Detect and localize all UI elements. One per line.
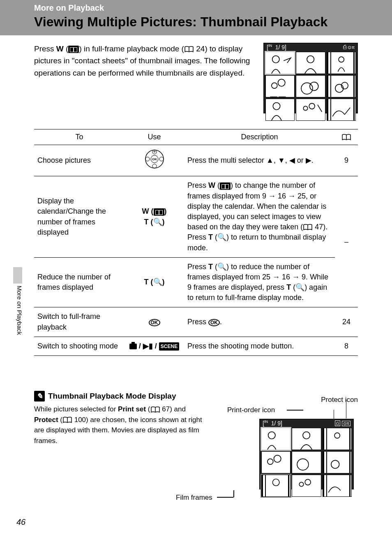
table-row: Switch to shooting mode / ▶▮ / SCENE Pre… (34, 337, 358, 355)
callout-figure: Protect icon Print-order icon [IN 1/ 9] … (211, 404, 358, 511)
print-icon: ⎙ (335, 420, 340, 426)
magnify-icon: 🔍 (153, 218, 162, 226)
svg-point-23 (274, 455, 281, 462)
col-use: Use (125, 129, 184, 145)
page-number: 46 (16, 517, 25, 527)
svg-point-4 (278, 79, 285, 86)
svg-point-28 (305, 479, 311, 485)
ok-icon: OK (208, 319, 220, 326)
svg-point-7 (335, 84, 344, 92)
print-label: Print-order icon (227, 406, 275, 414)
section-tab: More on Playback (16, 267, 23, 335)
movie-icon: ▶▮ (143, 342, 153, 350)
svg-point-22 (267, 459, 273, 464)
lcd-preview: [IN 1/ 9] ⎙ ⊙π (263, 43, 358, 113)
book-icon (62, 417, 72, 423)
protect-icon: ⊙π (342, 421, 350, 426)
thumbnail-icon (68, 46, 79, 53)
svg-point-17 (145, 157, 150, 161)
table-row: Choose pictures OK Press the multi selec… (34, 145, 358, 176)
magnify-icon: 🔍 (295, 283, 304, 291)
col-desc: Description (184, 129, 335, 145)
magnify-icon: 🔍 (217, 263, 226, 271)
book-icon (303, 224, 313, 231)
magnify-icon: 🔍 (153, 278, 162, 286)
svg-text:OK: OK (152, 157, 157, 161)
svg-point-0 (272, 55, 279, 62)
print-icon: ⎙ ⊙π (343, 44, 355, 50)
book-icon (341, 134, 351, 141)
table-header-row: To Use Description (34, 129, 358, 145)
magnify-icon: 🔍 (217, 233, 226, 241)
ok-icon: OK (149, 319, 160, 326)
svg-point-25 (331, 460, 339, 468)
svg-point-10 (304, 106, 308, 110)
operations-table: To Use Description Choose pictures OK Pr… (34, 129, 358, 356)
col-to: To (34, 129, 125, 145)
header-bar: More on Playback Viewing Multiple Pictur… (0, 0, 392, 35)
film-label: Film frames (176, 494, 212, 502)
breadcrumb: More on Playback (34, 3, 384, 13)
table-row: Display the calendar/Change the number o… (34, 176, 358, 257)
multiselector-icon: OK (142, 149, 167, 169)
book-icon (184, 46, 194, 53)
svg-point-11 (309, 103, 315, 109)
pencil-icon: ✎ (34, 391, 45, 402)
svg-point-6 (310, 82, 318, 90)
note-text: While pictures selected for Print set ( … (34, 404, 203, 446)
thumbnail-icon (220, 182, 231, 190)
svg-point-3 (272, 83, 277, 88)
svg-point-16 (152, 164, 157, 168)
svg-point-26 (272, 479, 279, 485)
svg-point-9 (273, 102, 280, 109)
table-row: Switch to full-frame playback OK Press O… (34, 307, 358, 337)
svg-point-18 (159, 157, 164, 161)
svg-point-20 (303, 432, 310, 438)
thumbnail-icon (154, 208, 164, 216)
svg-point-21 (334, 433, 340, 438)
protect-label: Protect icon (321, 396, 358, 404)
table-row: Reduce the number of frames displayed T … (34, 257, 358, 307)
svg-point-2 (339, 57, 344, 62)
svg-point-19 (268, 432, 275, 438)
col-page (335, 129, 358, 145)
scene-icon: SCENE (159, 342, 179, 351)
page-title: Viewing Multiple Pictures: Thumbnail Pla… (34, 14, 384, 30)
svg-point-24 (297, 459, 309, 470)
camera-icon (129, 344, 137, 349)
note-heading: ✎ Thumbnail Playback Mode Display (34, 391, 358, 402)
book-icon (150, 406, 160, 413)
svg-point-27 (300, 482, 304, 486)
intro-paragraph: Press W () in full-frame playback mode (… (34, 43, 255, 113)
svg-point-5 (301, 83, 313, 94)
svg-point-1 (307, 55, 314, 62)
